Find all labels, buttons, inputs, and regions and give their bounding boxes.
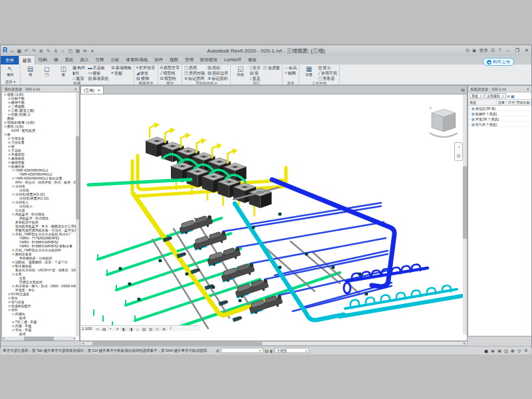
system-row[interactable]: ▷▦机械(8 个系统) — [468, 111, 531, 116]
tab-注释[interactable]: 注释 — [92, 55, 108, 65]
status-icon-3[interactable]: ◫ — [503, 348, 509, 353]
status-icon-0[interactable]: ▦ — [483, 348, 489, 353]
ribbon-button-查看器[interactable]: ▢查看器 — [318, 76, 337, 81]
ribbon-button-楼梯[interactable]: ▤楼梯 — [136, 76, 156, 81]
view-cube[interactable]: ⌂ — [428, 104, 459, 138]
valve[interactable] — [186, 273, 188, 275]
ribbon-button-参照平面[interactable]: ╱参照平面 — [318, 70, 337, 76]
ribbon-button-天花板[interactable]: ▬天花板 — [88, 65, 108, 70]
viewbar-icon-11[interactable]: ◊ — [168, 327, 174, 331]
viewbar-icon-0[interactable]: ▭ — [94, 327, 101, 331]
viewbar-icon-4[interactable]: ◧ — [121, 327, 128, 331]
worksets-icon[interactable]: ♻ — [216, 348, 219, 353]
viewbar-icon-9[interactable]: ⊡ — [154, 327, 161, 331]
signin-label[interactable]: 登录 — [479, 47, 488, 54]
ribbon-button-标记面积[interactable]: ⊕标记面积 — [207, 76, 228, 81]
viewbar-icon-10[interactable]: ⊠ — [161, 327, 168, 331]
tab-钢[interactable]: 钢 — [51, 55, 62, 65]
editable-only-icon[interactable]: ▧ — [265, 348, 269, 353]
scroll-right-icon[interactable]: ► — [462, 342, 467, 345]
status-icon-6[interactable]: 0 — [523, 348, 529, 352]
tab-分析[interactable]: 分析 — [108, 55, 123, 65]
ribbon-button-模型组[interactable]: ⊞模型组 — [160, 76, 180, 81]
search-icon[interactable]: ⊙ — [466, 48, 469, 53]
tab-插入[interactable]: 插入 — [77, 55, 92, 65]
status-icon-5[interactable]: ▽ — [517, 348, 522, 353]
viewbar-icon-7[interactable]: ▧ — [141, 327, 148, 331]
ribbon-button-老虎窗[interactable]: ◰老虎窗 — [263, 65, 280, 70]
tab-管理[interactable]: 管理 — [182, 55, 197, 65]
tab-修改[interactable]: 修改 — [245, 55, 260, 65]
valve[interactable] — [159, 259, 162, 262]
viewbar-icon-5[interactable]: ◨ — [128, 327, 134, 331]
store-icon[interactable]: ⊡ — [491, 48, 495, 53]
ribbon-button-面积[interactable]: ▨面积 — [207, 65, 228, 70]
ribbon-button-修改[interactable]: ↖修改 — [3, 65, 18, 76]
canvas-vscrollbar[interactable] — [463, 94, 467, 334]
tab-建筑[interactable]: 建筑 — [19, 55, 35, 65]
qat-icon-9[interactable]: ▤ — [74, 48, 80, 54]
ribbon-button-栏杆扶手[interactable]: ≡栏杆扶手 — [136, 65, 156, 70]
viewbar-icon-8[interactable]: ▥ — [148, 327, 154, 331]
system-browser-close-icon[interactable]: ✕ — [526, 86, 529, 92]
scroll-left-icon[interactable]: ◄ — [80, 342, 85, 345]
pump-unit[interactable] — [191, 268, 200, 274]
qat-icon-1[interactable]: ▣ — [16, 48, 22, 54]
qat-icon-11[interactable]: ▾ — [89, 48, 95, 54]
ribbon-button-楼板[interactable]: ▭楼板 — [88, 70, 108, 76]
model-viewport[interactable]: ⌂ ◔ ◎ 1:100 ▭▤◐☀◧◨◇▧▥⊡⊠◊ — [80, 94, 467, 331]
ribbon-button-幕墙系统[interactable]: ▧幕墙系统 — [88, 76, 108, 81]
tab-结构[interactable]: 结构 — [35, 55, 51, 65]
valve[interactable] — [279, 266, 281, 269]
view-tab-3d[interactable]: {三维} ✕ — [80, 86, 104, 94]
ribbon-button-垂直[interactable]: ↕垂直 — [249, 76, 261, 81]
column-尺寸[interactable]: 尺寸 — [507, 100, 515, 105]
ribbon-button-幕墙网格[interactable]: ⊞幕墙网格 — [111, 65, 131, 70]
qat-icon-2[interactable]: ↶ — [23, 48, 29, 54]
status-icon-4[interactable]: ⚙ — [510, 348, 515, 353]
workset-dropdown[interactable]: ▼ — [221, 348, 263, 353]
viewbar-icon-2[interactable]: ◐ — [108, 327, 114, 331]
columns-icon[interactable]: ▦ — [511, 94, 515, 98]
qat-icon-6[interactable]: A — [53, 48, 59, 54]
chiller-unit[interactable] — [220, 262, 256, 283]
user-icon[interactable]: ◉ — [472, 48, 476, 53]
ribbon-button-柱[interactable]: ▮柱 — [72, 70, 85, 76]
ribbon-button-标记房间[interactable]: ⊕标记房间 — [184, 76, 205, 81]
status-icon-1[interactable]: ⊞ — [490, 348, 495, 353]
ribbon-button-墙[interactable]: ▤墙 — [249, 70, 261, 76]
ribbon-button-显示[interactable]: ▥显示 — [318, 65, 337, 70]
qat-icon-4[interactable]: ⊕ — [38, 48, 44, 54]
ribbon-button-房间[interactable]: ▢房间 — [184, 65, 205, 70]
column-系统[interactable]: 系统 — [468, 100, 497, 105]
help-icon[interactable]: ？ — [497, 47, 502, 54]
viewbar-icon-3[interactable]: ☀ — [114, 327, 121, 331]
ribbon-button-构件[interactable]: ▦构件 — [72, 65, 85, 70]
ribbon-button-按面[interactable]: ◱按面 — [233, 65, 248, 76]
qat-icon-0[interactable]: ▱ — [9, 48, 15, 54]
ribbon-button-竖梃[interactable]: ≡竖梃 — [111, 70, 131, 76]
view-tab-close-icon[interactable]: ✕ — [97, 86, 100, 94]
valve[interactable] — [119, 267, 122, 270]
valve[interactable] — [358, 273, 361, 275]
scale-button[interactable]: 1:100 — [82, 327, 92, 331]
view-dropdown[interactable]: 系统▼ — [469, 93, 484, 98]
ribbon-button-墙[interactable]: ▤墙 — [23, 65, 38, 76]
valve[interactable] — [212, 286, 215, 289]
valve[interactable] — [138, 298, 140, 301]
ribbon-button-门[interactable]: ◻门 — [39, 65, 55, 76]
valve[interactable] — [279, 213, 281, 215]
ribbon-button-模型线[interactable]: ╱模型线 — [160, 70, 180, 76]
zoom-icon[interactable]: ◎ — [456, 153, 460, 158]
qat-icon-5[interactable]: ✎ — [45, 48, 51, 54]
viewbar-icon-1[interactable]: ▤ — [101, 327, 108, 331]
tab-体量和场地[interactable]: 体量和场地 — [123, 55, 152, 65]
tree-item[interactable]: ⊞标准 — [2, 332, 76, 336]
ribbon-button-窗[interactable]: ◫窗 — [56, 65, 71, 76]
tab-视图[interactable]: 视图 — [166, 55, 182, 65]
discipline-dropdown[interactable]: 全部规程▼ — [485, 93, 506, 98]
column-流量[interactable]: 流量 — [497, 100, 507, 105]
system-row[interactable]: ▷▦未指定(38 项) — [468, 106, 531, 111]
close-button[interactable]: ✕ — [523, 48, 530, 53]
qat-icon-8[interactable]: ◫ — [67, 48, 73, 54]
